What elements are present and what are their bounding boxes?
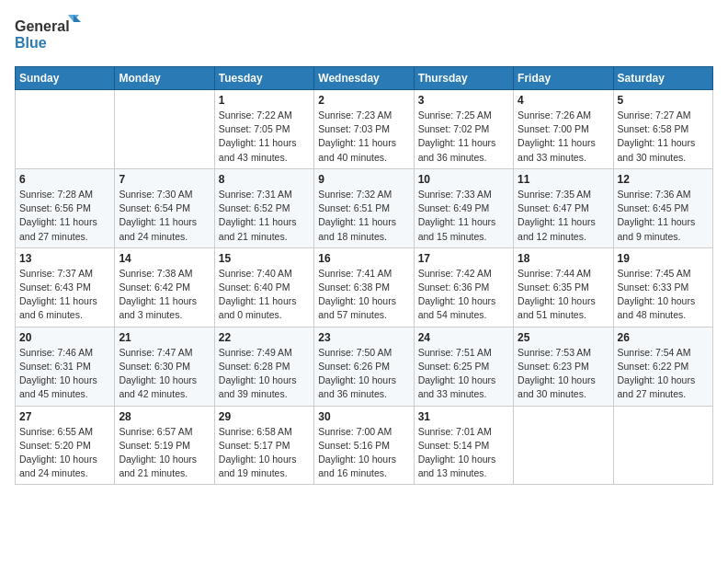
calendar-table: SundayMondayTuesdayWednesdayThursdayFrid… — [15, 66, 713, 485]
logo-svg: GeneralBlue — [15, 15, 88, 55]
day-number: 16 — [318, 252, 409, 265]
calendar-cell: 12Sunrise: 7:36 AMSunset: 6:45 PMDayligh… — [613, 168, 712, 247]
day-detail: Sunrise: 7:40 AMSunset: 6:40 PMDaylight:… — [219, 267, 310, 323]
day-number: 11 — [518, 173, 609, 186]
day-header-monday: Monday — [115, 67, 214, 90]
calendar-week-row: 13Sunrise: 7:37 AMSunset: 6:43 PMDayligh… — [16, 247, 713, 327]
day-number: 23 — [318, 331, 409, 344]
calendar-cell — [16, 90, 115, 169]
day-header-tuesday: Tuesday — [214, 67, 313, 90]
day-number: 22 — [219, 331, 310, 344]
calendar-cell: 26Sunrise: 7:54 AMSunset: 6:22 PMDayligh… — [613, 327, 712, 406]
day-detail: Sunrise: 7:49 AMSunset: 6:28 PMDaylight:… — [219, 346, 310, 402]
day-detail: Sunrise: 7:27 AMSunset: 6:58 PMDaylight:… — [618, 109, 709, 165]
day-number: 10 — [418, 173, 509, 186]
calendar-cell: 16Sunrise: 7:41 AMSunset: 6:38 PMDayligh… — [314, 247, 414, 327]
day-number: 24 — [418, 331, 509, 344]
calendar-cell: 4Sunrise: 7:26 AMSunset: 7:00 PMDaylight… — [514, 90, 613, 169]
day-detail: Sunrise: 7:41 AMSunset: 6:38 PMDaylight:… — [318, 267, 409, 323]
calendar-cell: 23Sunrise: 7:50 AMSunset: 6:26 PMDayligh… — [314, 327, 414, 406]
day-header-thursday: Thursday — [414, 67, 513, 90]
day-detail: Sunrise: 7:35 AMSunset: 6:47 PMDaylight:… — [518, 188, 609, 244]
day-detail: Sunrise: 7:50 AMSunset: 6:26 PMDaylight:… — [318, 346, 409, 402]
day-number: 4 — [518, 94, 609, 107]
day-number: 9 — [318, 173, 409, 186]
calendar-cell: 24Sunrise: 7:51 AMSunset: 6:25 PMDayligh… — [414, 327, 513, 406]
day-number: 1 — [219, 94, 310, 107]
day-number: 29 — [219, 410, 310, 423]
calendar-cell: 30Sunrise: 7:00 AMSunset: 5:16 PMDayligh… — [314, 406, 414, 485]
day-detail: Sunrise: 7:44 AMSunset: 6:35 PMDaylight:… — [518, 267, 609, 323]
day-detail: Sunrise: 7:22 AMSunset: 7:05 PMDaylight:… — [219, 109, 310, 165]
calendar-header-row: SundayMondayTuesdayWednesdayThursdayFrid… — [16, 67, 713, 90]
calendar-cell: 13Sunrise: 7:37 AMSunset: 6:43 PMDayligh… — [16, 247, 115, 327]
day-detail: Sunrise: 7:42 AMSunset: 6:36 PMDaylight:… — [418, 267, 509, 323]
calendar-cell: 19Sunrise: 7:45 AMSunset: 6:33 PMDayligh… — [613, 247, 712, 327]
day-detail: Sunrise: 7:25 AMSunset: 7:02 PMDaylight:… — [418, 109, 509, 165]
day-detail: Sunrise: 7:54 AMSunset: 6:22 PMDaylight:… — [618, 346, 709, 402]
calendar-cell: 10Sunrise: 7:33 AMSunset: 6:49 PMDayligh… — [414, 168, 513, 247]
day-detail: Sunrise: 6:57 AMSunset: 5:19 PMDaylight:… — [119, 425, 210, 481]
day-number: 28 — [119, 410, 210, 423]
calendar-week-row: 20Sunrise: 7:46 AMSunset: 6:31 PMDayligh… — [16, 327, 713, 406]
day-number: 2 — [318, 94, 409, 107]
day-number: 20 — [19, 331, 110, 344]
day-detail: Sunrise: 7:47 AMSunset: 6:30 PMDaylight:… — [119, 346, 210, 402]
calendar-cell: 17Sunrise: 7:42 AMSunset: 6:36 PMDayligh… — [414, 247, 513, 327]
logo: GeneralBlue — [15, 15, 88, 55]
calendar-cell: 9Sunrise: 7:32 AMSunset: 6:51 PMDaylight… — [314, 168, 414, 247]
day-detail: Sunrise: 7:30 AMSunset: 6:54 PMDaylight:… — [119, 188, 210, 244]
svg-text:General: General — [15, 18, 70, 34]
day-number: 25 — [518, 331, 609, 344]
calendar-cell: 31Sunrise: 7:01 AMSunset: 5:14 PMDayligh… — [414, 406, 513, 485]
calendar-cell — [613, 406, 712, 485]
day-number: 18 — [518, 252, 609, 265]
calendar-cell: 3Sunrise: 7:25 AMSunset: 7:02 PMDaylight… — [414, 90, 513, 169]
calendar-cell: 29Sunrise: 6:58 AMSunset: 5:17 PMDayligh… — [214, 406, 313, 485]
day-number: 8 — [219, 173, 310, 186]
calendar-week-row: 1Sunrise: 7:22 AMSunset: 7:05 PMDaylight… — [16, 90, 713, 169]
day-number: 17 — [418, 252, 509, 265]
calendar-cell — [115, 90, 214, 169]
calendar-cell — [514, 406, 613, 485]
day-number: 15 — [219, 252, 310, 265]
calendar-cell: 27Sunrise: 6:55 AMSunset: 5:20 PMDayligh… — [16, 406, 115, 485]
calendar-cell: 5Sunrise: 7:27 AMSunset: 6:58 PMDaylight… — [613, 90, 712, 169]
day-number: 30 — [318, 410, 409, 423]
calendar-cell: 22Sunrise: 7:49 AMSunset: 6:28 PMDayligh… — [214, 327, 313, 406]
day-detail: Sunrise: 7:00 AMSunset: 5:16 PMDaylight:… — [318, 425, 409, 481]
calendar-cell: 11Sunrise: 7:35 AMSunset: 6:47 PMDayligh… — [514, 168, 613, 247]
day-detail: Sunrise: 7:26 AMSunset: 7:00 PMDaylight:… — [518, 109, 609, 165]
day-number: 21 — [119, 331, 210, 344]
day-number: 26 — [618, 331, 709, 344]
day-number: 19 — [618, 252, 709, 265]
day-number: 31 — [418, 410, 509, 423]
calendar-cell: 21Sunrise: 7:47 AMSunset: 6:30 PMDayligh… — [115, 327, 214, 406]
day-number: 12 — [618, 173, 709, 186]
calendar-cell: 2Sunrise: 7:23 AMSunset: 7:03 PMDaylight… — [314, 90, 414, 169]
day-detail: Sunrise: 7:32 AMSunset: 6:51 PMDaylight:… — [318, 188, 409, 244]
calendar-cell: 6Sunrise: 7:28 AMSunset: 6:56 PMDaylight… — [16, 168, 115, 247]
calendar-cell: 15Sunrise: 7:40 AMSunset: 6:40 PMDayligh… — [214, 247, 313, 327]
calendar-cell: 18Sunrise: 7:44 AMSunset: 6:35 PMDayligh… — [514, 247, 613, 327]
calendar-week-row: 27Sunrise: 6:55 AMSunset: 5:20 PMDayligh… — [16, 406, 713, 485]
day-header-wednesday: Wednesday — [314, 67, 414, 90]
day-detail: Sunrise: 7:45 AMSunset: 6:33 PMDaylight:… — [618, 267, 709, 323]
day-header-friday: Friday — [514, 67, 613, 90]
day-number: 5 — [618, 94, 709, 107]
day-detail: Sunrise: 7:28 AMSunset: 6:56 PMDaylight:… — [19, 188, 110, 244]
day-detail: Sunrise: 7:31 AMSunset: 6:52 PMDaylight:… — [219, 188, 310, 244]
day-number: 14 — [119, 252, 210, 265]
day-detail: Sunrise: 7:46 AMSunset: 6:31 PMDaylight:… — [19, 346, 110, 402]
calendar-cell: 25Sunrise: 7:53 AMSunset: 6:23 PMDayligh… — [514, 327, 613, 406]
day-detail: Sunrise: 6:55 AMSunset: 5:20 PMDaylight:… — [19, 425, 110, 481]
day-detail: Sunrise: 7:33 AMSunset: 6:49 PMDaylight:… — [418, 188, 509, 244]
page-header: GeneralBlue — [15, 15, 713, 55]
day-detail: Sunrise: 7:37 AMSunset: 6:43 PMDaylight:… — [19, 267, 110, 323]
calendar-cell: 8Sunrise: 7:31 AMSunset: 6:52 PMDaylight… — [214, 168, 313, 247]
day-number: 27 — [19, 410, 110, 423]
calendar-cell: 28Sunrise: 6:57 AMSunset: 5:19 PMDayligh… — [115, 406, 214, 485]
day-number: 13 — [19, 252, 110, 265]
calendar-cell: 20Sunrise: 7:46 AMSunset: 6:31 PMDayligh… — [16, 327, 115, 406]
day-detail: Sunrise: 7:53 AMSunset: 6:23 PMDaylight:… — [518, 346, 609, 402]
